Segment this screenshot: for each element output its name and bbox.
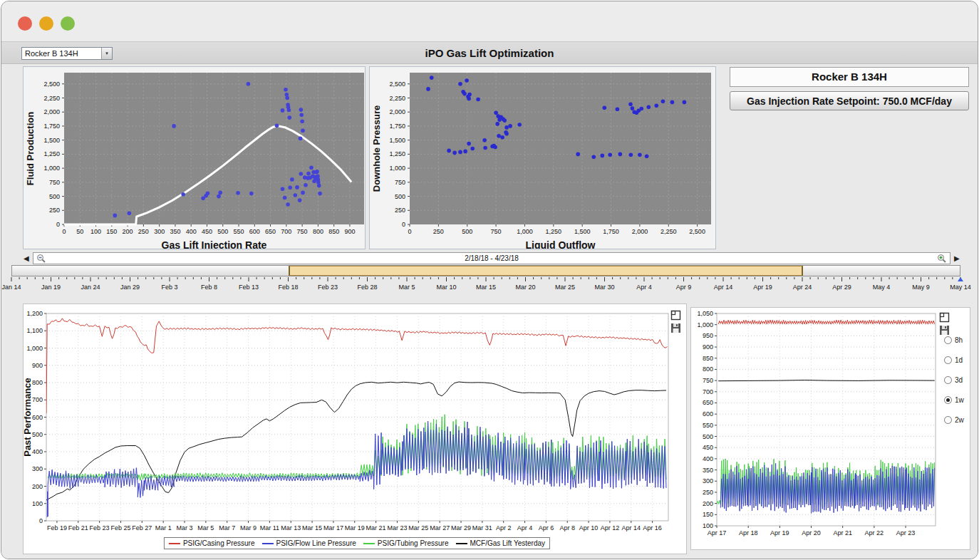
svg-text:550: 550: [703, 422, 713, 429]
svg-text:1,500: 1,500: [389, 137, 405, 144]
svg-text:Feb 13: Feb 13: [239, 284, 259, 291]
legend-label: PSIG/Tubing Pressure: [378, 539, 449, 547]
downhole-scatter-chart: 02505007501,0001,2501,5001,7502,0002,250…: [370, 67, 715, 249]
svg-text:Past Performance: Past Performance: [24, 378, 33, 457]
maximize-button[interactable]: [61, 16, 75, 31]
svg-text:Apr 10: Apr 10: [579, 524, 599, 532]
timeline-slider-track[interactable]: [11, 265, 960, 276]
svg-text:Apr 24: Apr 24: [793, 284, 812, 291]
timeline-selection-range[interactable]: [289, 266, 803, 276]
interval-radio-8h[interactable]: 8h: [944, 336, 963, 344]
timeline-scroll-left-button[interactable]: ◀: [24, 254, 29, 264]
svg-text:May 9: May 9: [912, 284, 930, 291]
svg-text:0: 0: [62, 228, 66, 235]
save-icon[interactable]: [939, 325, 950, 336]
svg-text:Feb 21: Feb 21: [68, 524, 88, 532]
svg-text:Feb 23: Feb 23: [90, 524, 110, 532]
timeline-scroll-right-button[interactable]: ▶: [954, 254, 960, 264]
popout-icon[interactable]: [939, 312, 950, 323]
interval-radio-2w[interactable]: 2w: [944, 416, 964, 424]
recent-performance-panel: 1001502002503003504004505005506006507007…: [690, 307, 970, 550]
svg-text:50: 50: [76, 228, 83, 235]
svg-text:Feb 25: Feb 25: [110, 524, 130, 532]
svg-text:1,500: 1,500: [574, 228, 591, 235]
svg-text:2,250: 2,250: [661, 228, 677, 235]
svg-text:Fluid Production: Fluid Production: [25, 112, 36, 185]
svg-text:250: 250: [395, 207, 405, 214]
radio-icon: [944, 336, 952, 344]
radio-icon: [944, 396, 952, 404]
legend-swatch-tubing: [363, 543, 375, 544]
legend-swatch-casing: [169, 543, 180, 544]
svg-text:1,000: 1,000: [43, 165, 60, 172]
well-selector-dropdown[interactable]: Rocker B 134H ▼: [21, 47, 113, 60]
svg-text:1,250: 1,250: [43, 150, 60, 157]
svg-text:400: 400: [32, 448, 43, 455]
svg-text:Mar 11: Mar 11: [260, 524, 279, 532]
interval-radio-1d[interactable]: 1d: [944, 356, 963, 364]
svg-text:Apr 16: Apr 16: [643, 524, 662, 532]
interval-radio-3d[interactable]: 3d: [944, 376, 963, 384]
svg-text:750: 750: [395, 179, 405, 186]
svg-text:500: 500: [462, 228, 472, 235]
svg-text:950: 950: [703, 332, 713, 339]
legend-item: PSIG/Flow Line Pressure: [262, 539, 356, 547]
svg-text:450: 450: [703, 444, 713, 451]
legend-label: PSIG/Casing Pressure: [183, 539, 255, 547]
svg-text:1,750: 1,750: [389, 123, 405, 130]
svg-text:Mar 7: Mar 7: [219, 524, 235, 532]
svg-text:Mar 5: Mar 5: [197, 524, 214, 532]
svg-text:250: 250: [138, 228, 149, 235]
past-performance-chart: 01002003004005006007008009001,0001,1001,…: [24, 304, 686, 554]
gas-injection-setpoint-button[interactable]: Gas Injection Rate Setpoint: 750.0 MCF/d…: [730, 91, 969, 110]
svg-text:Mar 20: Mar 20: [515, 284, 535, 291]
svg-text:Mar 9: Mar 9: [240, 524, 257, 532]
svg-text:Feb 19: Feb 19: [47, 524, 67, 532]
interval-radio-1w[interactable]: 1w: [944, 396, 964, 404]
zoom-out-icon[interactable]: [36, 254, 46, 264]
svg-text:Apr 21: Apr 21: [833, 529, 852, 536]
svg-text:550: 550: [234, 228, 244, 235]
svg-text:350: 350: [170, 228, 180, 235]
close-button[interactable]: [18, 16, 32, 31]
svg-text:Apr 12: Apr 12: [601, 524, 620, 532]
svg-text:Apr 19: Apr 19: [753, 284, 772, 291]
svg-text:Feb 8: Feb 8: [201, 284, 217, 291]
svg-text:2,000: 2,000: [632, 228, 648, 235]
svg-text:Apr 14: Apr 14: [714, 284, 733, 291]
svg-text:600: 600: [32, 414, 43, 421]
svg-text:Mar 13: Mar 13: [281, 524, 301, 532]
svg-text:Mar 10: Mar 10: [436, 284, 456, 291]
svg-text:0: 0: [408, 228, 411, 235]
svg-text:Apr 9: Apr 9: [676, 284, 692, 291]
svg-text:1,250: 1,250: [389, 150, 405, 157]
minimize-button[interactable]: [39, 16, 53, 31]
svg-text:Feb 3: Feb 3: [161, 284, 177, 291]
svg-text:100: 100: [703, 522, 713, 529]
well-selector-value: Rocker B 134H: [22, 48, 101, 59]
svg-text:Mar 23: Mar 23: [387, 524, 407, 532]
svg-text:800: 800: [313, 228, 323, 235]
svg-text:1,200: 1,200: [26, 310, 43, 317]
save-icon[interactable]: [670, 323, 681, 333]
svg-text:850: 850: [703, 355, 713, 362]
chevron-down-icon: ▼: [101, 48, 112, 59]
svg-text:2,500: 2,500: [389, 81, 405, 88]
svg-text:750: 750: [297, 228, 308, 235]
svg-text:850: 850: [328, 228, 339, 235]
svg-text:150: 150: [703, 511, 713, 518]
svg-text:300: 300: [154, 228, 165, 235]
svg-text:Downhole Pressure: Downhole Pressure: [371, 105, 382, 192]
svg-text:200: 200: [123, 228, 133, 235]
popout-icon[interactable]: [670, 310, 681, 321]
svg-text:Apr 23: Apr 23: [896, 529, 916, 536]
svg-text:Feb 18: Feb 18: [278, 284, 298, 291]
svg-text:750: 750: [49, 179, 60, 186]
timeline-zoom-bar: 2/18/18 - 4/23/18: [33, 252, 950, 264]
svg-text:700: 700: [703, 388, 713, 395]
zoom-in-icon[interactable]: [937, 254, 947, 264]
svg-text:1,000: 1,000: [26, 345, 43, 352]
svg-text:Gas Lift Injection Rate: Gas Lift Injection Rate: [162, 239, 267, 249]
legend-item: PSIG/Tubing Pressure: [363, 539, 449, 547]
svg-text:Jan 19: Jan 19: [41, 284, 61, 291]
